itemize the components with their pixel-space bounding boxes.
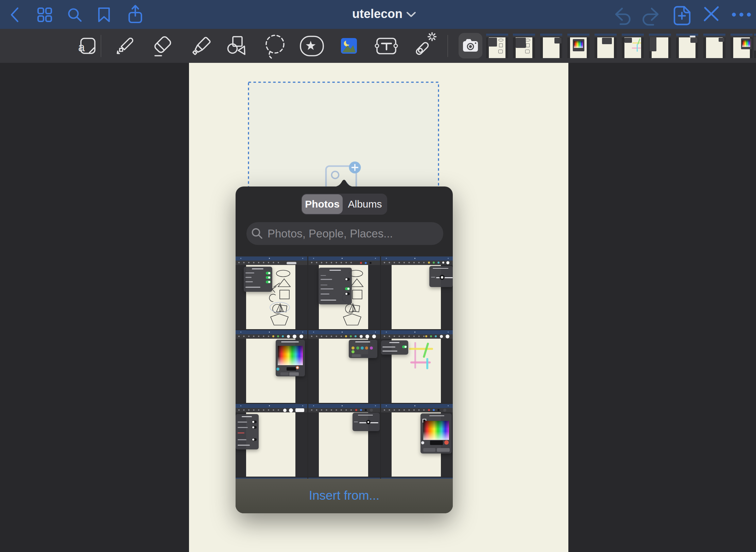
svg-text:utelecon: utelecon bbox=[352, 7, 402, 21]
svg-text:a: a bbox=[78, 40, 85, 54]
